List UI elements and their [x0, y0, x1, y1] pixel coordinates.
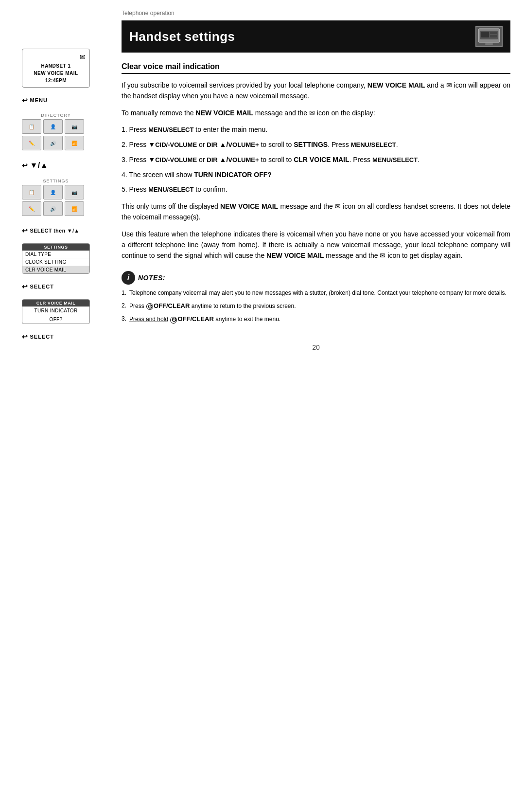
notes-title: NOTES: — [138, 274, 165, 282]
menu-label: ↩ MENU — [22, 96, 90, 104]
arrow-left-icon: ↩ — [22, 162, 28, 169]
note-1: 1. Telephone company voicemail may alert… — [122, 289, 510, 297]
dir-icon-2: 👤 — [43, 119, 63, 134]
step-2: 2. Press ▼CID/-VOLUME or DIR ▲/VOLUME+ t… — [122, 139, 510, 150]
paragraph-4: Use this feature when the telephone indi… — [122, 229, 510, 261]
dir-icon-4: ✏️ — [22, 136, 41, 150]
handset-line3: 12:45PM — [26, 77, 86, 84]
page-title: Handset settings — [129, 29, 235, 44]
handset-screen: ✉ HANDSET 1 NEW VOICE MAIL 12:45PM — [22, 49, 90, 88]
clr-row-1: TURN INDICATOR — [22, 307, 89, 315]
select-label-2: ↩ SELECT — [22, 333, 90, 341]
select-label-1: ↩ SELECT — [22, 283, 90, 290]
paragraph-1: If you subscribe to voicemail services p… — [122, 80, 510, 102]
set-icon-3: 📷 — [65, 185, 84, 199]
notes-section: i NOTES: 1. Telephone company voicemail … — [122, 271, 510, 324]
svg-rect-2 — [481, 32, 489, 37]
set-icon-6: 📶 — [65, 201, 84, 216]
settings-row-dial: DIAL TYPE — [22, 251, 89, 258]
settings-screen-header: SETTINGS — [22, 244, 89, 251]
note-3: 3. Press and hold ⏻OFF/CLEAR anytime to … — [122, 314, 510, 324]
breadcrumb: Telephone operation — [122, 10, 510, 17]
settings-list-screen: SETTINGS DIAL TYPE CLOCK SETTING CLR VOI… — [22, 243, 90, 274]
press-hold-text: Press and hold — [129, 316, 168, 323]
set-icon-4: ✏️ — [22, 201, 41, 216]
settings-row-clr: CLR VOICE MAIL — [22, 266, 89, 273]
clr-screen-header: CLR VOICE MAIL — [22, 300, 89, 307]
main-content: Telephone operation Handset settings Cle… — [107, 0, 525, 812]
dir-icon-3: 📷 — [65, 119, 84, 134]
directory-icon-grid: DIRECTORY 📋 👤 📷 ✏️ 🔊 📶 — [22, 113, 90, 152]
notes-header: i NOTES: — [122, 271, 510, 285]
select-icon-2: ↩ — [22, 333, 28, 341]
set-icon-1: 📋 — [22, 185, 41, 199]
info-icon: i — [122, 271, 135, 285]
dir-icon-6: 📶 — [65, 136, 84, 150]
menu-text: MENU — [30, 97, 48, 103]
dir-icon-5: 🔊 — [43, 136, 63, 150]
paragraph-2: To manually remove the NEW VOICE MAIL me… — [122, 108, 510, 118]
dir-icon-1: 📋 — [22, 119, 41, 134]
svg-rect-5 — [485, 43, 493, 45]
settings-row-clock: CLOCK SETTING — [22, 258, 89, 266]
handset-line1: HANDSET 1 — [26, 62, 86, 70]
svg-rect-4 — [490, 35, 497, 37]
select-then-icon: ↩ — [22, 227, 28, 235]
arrow-label: ↩ ▼/▲ — [22, 161, 90, 170]
up-down-arrows: ▼/▲ — [30, 161, 49, 170]
select-then-text: SELECT then ▼/▲ — [30, 228, 80, 234]
note-2: 2. Press ⏻OFF/CLEAR anytime to return to… — [122, 301, 510, 311]
clr-row-2: OFF? — [22, 315, 89, 324]
notes-list: 1. Telephone company voicemail may alert… — [122, 289, 510, 324]
step-3: 3. Press ▼CID/-VOLUME or DIR ▲/VOLUME+ t… — [122, 154, 510, 165]
select-text-2: SELECT — [30, 334, 54, 340]
page-footer: 20 — [122, 339, 510, 351]
select-text-1: SELECT — [30, 284, 54, 289]
handset-line2: NEW VOICE MAIL — [26, 70, 86, 77]
envelope-icon: ✉ — [80, 52, 86, 62]
step-5: 5. Press MENU/SELECT to confirm. — [122, 184, 510, 195]
page-number: 20 — [312, 343, 320, 351]
step-4: 4. The srceen will show TURN INDICATOR O… — [122, 169, 510, 180]
menu-icon: ↩ — [22, 96, 28, 104]
clr-voice-mail-screen: CLR VOICE MAIL TURN INDICATOR OFF? — [22, 299, 90, 324]
set-icon-2: 👤 — [43, 185, 63, 199]
paragraph-3: This only turns off the displayed NEW VO… — [122, 201, 510, 223]
steps-list: 1. Press MENU/SELECT to enter the main m… — [122, 124, 510, 195]
svg-rect-3 — [490, 32, 497, 34]
select-icon-1: ↩ — [22, 283, 28, 290]
select-then-label: ↩ SELECT then ▼/▲ — [22, 227, 90, 235]
step-1: 1. Press MENU/SELECT to enter the main m… — [122, 124, 510, 135]
settings-icon-grid: SETTINGS 📋 👤 📷 ✏️ 🔊 📶 — [22, 179, 90, 218]
off-clear-icon-3: ⏻ — [170, 317, 177, 324]
sidebar: ✉ HANDSET 1 NEW VOICE MAIL 12:45PM ↩ MEN… — [0, 39, 107, 812]
header-device-icon — [475, 26, 503, 47]
set-icon-5: 🔊 — [43, 201, 63, 216]
section-title: Clear voice mail indication — [122, 62, 510, 74]
page-header: Handset settings — [122, 20, 510, 53]
off-clear-icon-2: ⏻ — [146, 303, 153, 310]
